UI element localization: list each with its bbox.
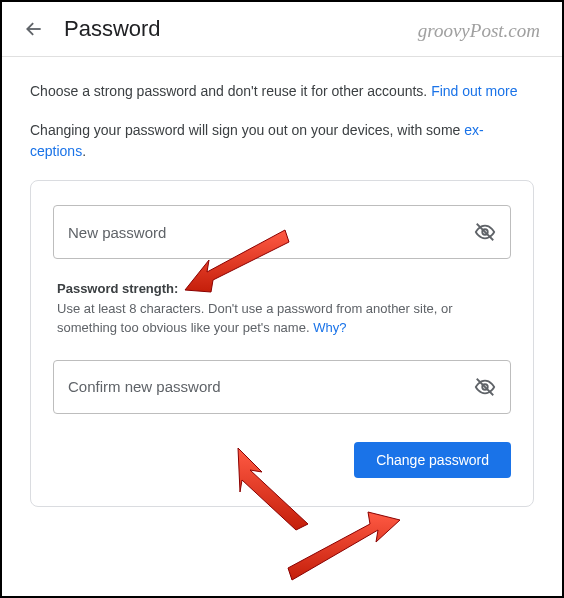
new-password-field-wrap [53, 205, 511, 259]
find-out-more-link[interactable]: Find out more [431, 83, 517, 99]
password-strength-block: Password strength: Use at least 8 charac… [53, 281, 511, 338]
confirm-password-field-wrap [53, 360, 511, 414]
confirm-password-input[interactable] [68, 378, 474, 395]
intro-line-2: Changing your password will sign you out… [30, 120, 534, 162]
intro-text-1: Choose a strong password and don't reuse… [30, 83, 431, 99]
intro-text-2-suffix: . [82, 143, 86, 159]
actions-row: Change password [53, 442, 511, 478]
why-link[interactable]: Why? [313, 320, 346, 335]
annotation-arrow-icon [282, 502, 412, 592]
toggle-visibility-icon[interactable] [474, 376, 496, 398]
strength-desc: Use at least 8 characters. Don't use a p… [57, 301, 453, 335]
new-password-input[interactable] [68, 224, 474, 241]
intro-line-1: Choose a strong password and don't reuse… [30, 81, 534, 102]
watermark: groovyPost.com [418, 20, 540, 42]
svg-marker-7 [288, 512, 400, 580]
content: Choose a strong password and don't reuse… [2, 57, 562, 507]
back-arrow-icon[interactable] [22, 17, 46, 41]
toggle-visibility-icon[interactable] [474, 221, 496, 243]
password-card: Password strength: Use at least 8 charac… [30, 180, 534, 507]
strength-text: Use at least 8 characters. Don't use a p… [57, 300, 507, 338]
page-title: Password [64, 16, 161, 42]
strength-title: Password strength: [57, 281, 507, 296]
change-password-button[interactable]: Change password [354, 442, 511, 478]
intro-text-2: Changing your password will sign you out… [30, 122, 464, 138]
